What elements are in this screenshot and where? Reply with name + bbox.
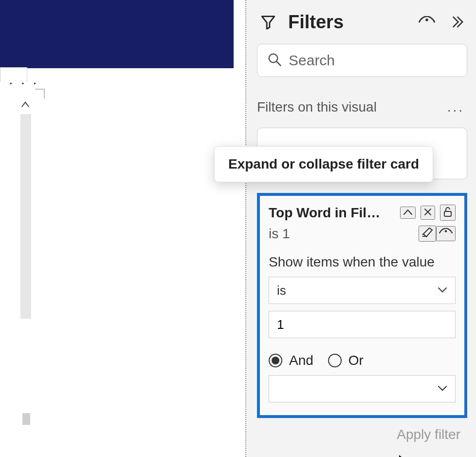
filter-card-title: Top Word in Film ...	[269, 205, 390, 221]
svg-point-0	[425, 19, 428, 21]
chevron-down-icon	[438, 381, 447, 397]
or-radio-label: Or	[348, 353, 364, 368]
remove-filter-icon[interactable]	[421, 206, 435, 220]
svg-line-2	[276, 61, 281, 66]
visual-options-ellipsis[interactable]: · · ·	[9, 74, 39, 91]
filters-on-visual-section: Filters on this visual ...	[257, 96, 467, 118]
svg-rect-3	[444, 211, 451, 216]
clear-filter-icon[interactable]	[419, 226, 436, 242]
resize-handle-icon[interactable]	[35, 89, 45, 98]
funnel-icon	[257, 11, 279, 33]
expand-collapse-tooltip: Expand or collapse filter card	[214, 146, 433, 182]
mouse-cursor-icon	[398, 454, 410, 457]
apply-filter-button[interactable]: Apply filter	[257, 427, 467, 442]
collapse-card-icon[interactable]	[400, 207, 416, 219]
filter-summary-text: is 1	[269, 226, 290, 242]
collapse-panel-icon[interactable]	[447, 12, 467, 32]
scrollbar-thumb[interactable]	[22, 413, 30, 425]
second-operator-select[interactable]	[269, 375, 456, 402]
report-canvas: · · ·	[0, 0, 246, 457]
filter-value-field[interactable]	[269, 311, 456, 338]
filter-search-input[interactable]	[289, 52, 457, 69]
toggle-visibility-icon[interactable]	[416, 13, 438, 31]
or-radio[interactable]	[328, 354, 342, 367]
and-radio[interactable]	[269, 354, 282, 367]
operator-select-value: is	[277, 283, 286, 298]
filter-value-input[interactable]	[277, 317, 447, 332]
filters-panel-header: Filters	[257, 0, 467, 44]
lock-filter-icon[interactable]	[440, 205, 456, 221]
operator-select[interactable]: is	[269, 277, 456, 304]
svg-point-4	[445, 230, 447, 232]
hide-filter-icon[interactable]	[436, 226, 456, 241]
and-radio-label: And	[289, 353, 313, 368]
filters-on-visual-label: Filters on this visual	[257, 99, 377, 115]
scrollbar-track[interactable]	[20, 114, 31, 319]
search-icon	[267, 52, 282, 69]
active-filter-card: Top Word in Film ... is 1	[257, 193, 467, 418]
visual-inner-pane	[17, 92, 38, 433]
chevron-down-icon	[438, 283, 447, 298]
filter-search-box[interactable]	[257, 44, 467, 77]
scroll-up-icon[interactable]	[21, 99, 29, 110]
filters-panel: Filters Filters on this visual ... Expan…	[246, 0, 476, 457]
filters-panel-title: Filters	[288, 12, 344, 33]
logic-radio-group: And Or	[269, 353, 456, 368]
filter-instruction-label: Show items when the value	[269, 254, 456, 270]
section-options-ellipsis[interactable]: ...	[444, 96, 467, 118]
visual-header-band	[0, 0, 234, 68]
